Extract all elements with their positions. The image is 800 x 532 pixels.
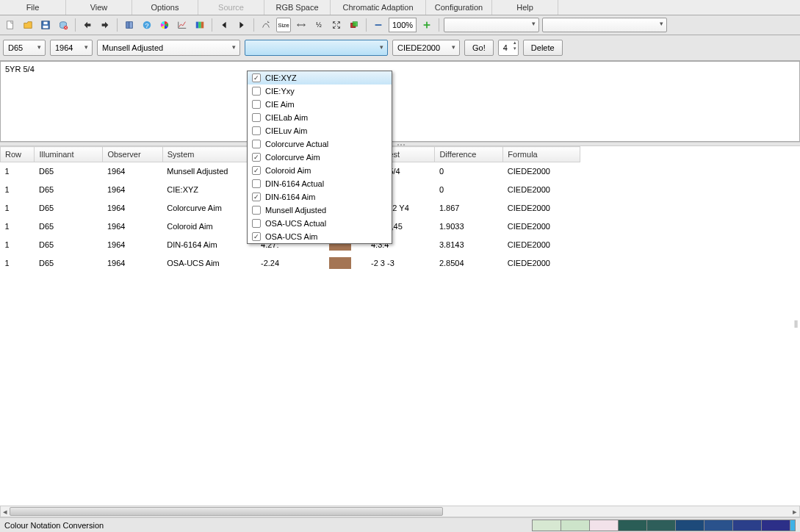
dropdown-label: CIELuv Aim: [265, 126, 307, 135]
menu-view[interactable]: View: [66, 0, 132, 15]
menu-options[interactable]: Options: [132, 0, 198, 15]
status-swatch: [589, 520, 619, 531]
dropdown-item[interactable]: Munsell Adjusted: [248, 204, 392, 217]
status-indicator: [790, 520, 796, 531]
close-database-icon[interactable]: [56, 18, 71, 32]
status-swatch: [618, 520, 647, 531]
svg-rect-2: [43, 22, 47, 25]
menu-chromatic-adaption[interactable]: Chromatic Adaption: [331, 0, 426, 15]
dropdown-label: OSA-UCS Actual: [265, 219, 326, 228]
menu-configuration[interactable]: Configuration: [426, 0, 492, 15]
dropdown-item[interactable]: ✓OSA-UCS Aim: [248, 230, 392, 243]
svg-rect-0: [7, 21, 13, 29]
right-splitter[interactable]: ||: [794, 315, 800, 331]
checkbox-icon: [252, 100, 261, 109]
palette-icon[interactable]: [192, 18, 207, 32]
open-icon[interactable]: [21, 18, 35, 32]
column-header[interactable]: Observer: [103, 147, 162, 162]
go-button[interactable]: Go!: [464, 40, 494, 56]
horizontal-scrollbar[interactable]: ◂ ▸: [0, 506, 800, 517]
prev-icon[interactable]: [217, 18, 231, 32]
svg-rect-10: [198, 22, 201, 29]
expand-icon[interactable]: [329, 18, 344, 32]
menu-file[interactable]: File: [0, 0, 66, 15]
dropdown-item[interactable]: OSA-UCS Actual: [248, 217, 392, 230]
column-header[interactable]: Row: [1, 147, 35, 162]
dropdown-item[interactable]: CIE Aim: [248, 98, 392, 111]
menu-help[interactable]: Help: [492, 0, 558, 15]
dropdown-a[interactable]: [444, 18, 539, 32]
column-header[interactable]: System: [162, 147, 256, 162]
toolbar: ? Size ½ 100%: [0, 15, 800, 35]
checkbox-icon: [252, 206, 261, 215]
save-icon[interactable]: [38, 18, 53, 32]
dropdown-item[interactable]: ✓DIN-6164 Aim: [248, 190, 392, 204]
help-icon[interactable]: ?: [140, 18, 154, 32]
illuminant-combo[interactable]: D65: [3, 40, 46, 56]
dropdown-label: DIN-6164 Aim: [265, 193, 315, 201]
input-area[interactable]: 5YR 5/4: [0, 61, 800, 142]
dropdown-label: CIE:XYZ: [265, 73, 297, 82]
status-swatch: [532, 520, 561, 531]
next-icon[interactable]: [234, 18, 249, 32]
chart-icon[interactable]: [175, 18, 190, 32]
checkbox-icon: [252, 126, 261, 135]
dropdown-item[interactable]: CIELuv Aim: [248, 124, 392, 137]
dropdown-label: OSA-UCS Aim: [265, 232, 318, 241]
dropdown-item[interactable]: DIN-6164 Actual: [248, 177, 392, 190]
book-icon[interactable]: [122, 18, 137, 32]
status-swatches: [533, 520, 796, 531]
zoom-out-icon[interactable]: [371, 18, 386, 32]
table-row[interactable]: 1D651964OSA-UCS Aim-2.24-2 3 -32.8504CIE…: [1, 254, 580, 273]
layers-icon[interactable]: [347, 18, 361, 32]
dropdown-label: Munsell Adjusted: [265, 206, 326, 215]
swatch: [329, 257, 351, 269]
menu-source[interactable]: Source: [198, 0, 264, 15]
size-icon[interactable]: Size: [276, 18, 291, 32]
curve-icon[interactable]: [259, 18, 273, 32]
status-swatch: [561, 520, 590, 531]
checkbox-icon: [252, 179, 261, 188]
color-wheel-icon[interactable]: [157, 18, 172, 32]
new-icon[interactable]: [3, 18, 18, 32]
output-systems-combo[interactable]: [245, 40, 388, 56]
delete-button[interactable]: Delete: [523, 40, 563, 56]
half-icon[interactable]: ½: [311, 18, 326, 32]
width-icon[interactable]: [294, 18, 309, 32]
svg-rect-9: [196, 22, 199, 29]
status-swatch: [646, 520, 676, 531]
checkbox-icon: [252, 219, 261, 228]
dropdown-item[interactable]: Colorcurve Actual: [248, 137, 392, 151]
svg-text:?: ?: [145, 21, 148, 29]
status-swatch: [704, 520, 733, 531]
export-icon[interactable]: [98, 18, 112, 32]
import-icon[interactable]: [80, 18, 95, 32]
column-header[interactable]: Difference: [435, 147, 503, 162]
dropdown-item[interactable]: ✓Coloroid Aim: [248, 164, 392, 177]
status-swatch: [675, 520, 704, 531]
observer-combo[interactable]: 1964: [50, 40, 93, 56]
checkbox-icon: ✓: [252, 153, 261, 162]
dropdown-label: Colorcurve Aim: [265, 153, 320, 162]
dropdown-item[interactable]: ✓CIE:XYZ: [248, 71, 392, 85]
status-swatch: [732, 520, 762, 531]
menu-rgb-space[interactable]: RGB Space: [264, 0, 331, 15]
dropdown-item[interactable]: ✓Colorcurve Aim: [248, 151, 392, 164]
checkbox-icon: ✓: [252, 193, 261, 201]
column-header[interactable]: Formula: [503, 147, 580, 162]
dropdown-item[interactable]: CIE:Yxy: [248, 85, 392, 98]
svg-rect-16: [426, 22, 428, 29]
checkbox-icon: ✓: [252, 73, 261, 82]
count-spinner[interactable]: 4: [498, 40, 519, 56]
dropdown-label: Coloroid Aim: [265, 166, 311, 175]
dropdown-b[interactable]: [542, 18, 667, 32]
output-systems-dropdown[interactable]: ✓CIE:XYZCIE:YxyCIE AimCIELab AimCIELuv A…: [247, 71, 392, 244]
column-header[interactable]: Illuminant: [35, 147, 103, 162]
zoom-field[interactable]: 100%: [389, 18, 417, 32]
control-row: D65 1964 Munsell Adjusted CIEDE2000 Go! …: [0, 35, 800, 61]
svg-rect-14: [375, 24, 382, 26]
delta-method-combo[interactable]: CIEDE2000: [392, 40, 460, 56]
dropdown-item[interactable]: CIELab Aim: [248, 111, 392, 124]
zoom-in-icon[interactable]: [419, 18, 434, 32]
system-combo[interactable]: Munsell Adjusted: [97, 40, 240, 56]
